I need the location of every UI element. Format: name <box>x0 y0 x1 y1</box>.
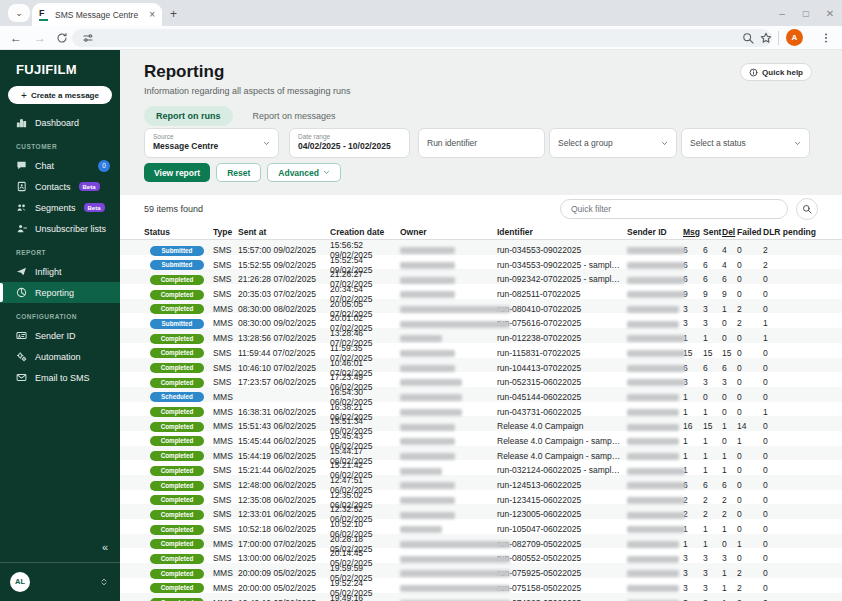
sidebar-divider <box>0 562 120 563</box>
table-row[interactable]: ScheduledMMS16:54:30 06/02/2025run-04514… <box>120 387 842 402</box>
table-row[interactable]: CompletedSMS10:46:10 07/02/202510:46:01 … <box>120 358 842 373</box>
table-row[interactable]: CompletedSMS12:35:08 06/02/202512:35:02 … <box>120 490 842 505</box>
tab-report-on-messages[interactable]: Report on messages <box>241 106 348 126</box>
cell-status: Completed <box>144 289 213 300</box>
back-button[interactable]: ← <box>10 30 22 46</box>
table-row[interactable]: CompletedSMS20:35:03 07/02/202520:34:54 … <box>120 284 842 299</box>
collapse-sidebar-icon[interactable]: « <box>102 541 108 553</box>
cell-sent-at: 20:00:00 05/02/2025 <box>238 583 330 593</box>
cell-status: Submitted <box>144 245 213 256</box>
table-row[interactable]: CompletedMMS08:30:00 08/02/202520:05:05 … <box>120 299 842 314</box>
search-button[interactable] <box>796 198 818 220</box>
cell-failed: 1 <box>737 436 763 446</box>
sidebar-item-automation[interactable]: Automation <box>0 346 120 367</box>
advanced-button[interactable]: Advanced <box>267 163 341 182</box>
tab-close-icon[interactable]: × <box>149 10 155 20</box>
cell-failed: 0 <box>737 363 763 373</box>
table-row[interactable]: CompletedMMS17:00:00 07/02/202520:28:18 … <box>120 534 842 549</box>
column-header-sender-id[interactable]: Sender ID <box>627 227 683 237</box>
table-row[interactable]: CompletedMMS15:45:44 06/02/202515:45:43 … <box>120 431 842 446</box>
table-row[interactable]: CompletedSMS17:23:57 06/02/202517:23:49 … <box>120 372 842 387</box>
column-header-status[interactable]: Status <box>144 227 213 237</box>
table-row[interactable]: CompletedMMS20:00:09 05/02/202519:59:59 … <box>120 563 842 578</box>
sidebar-item-email-to-sms[interactable]: Email to SMS <box>0 367 120 388</box>
table-row[interactable]: SubmittedSMS15:57:00 09/02/202515:56:52 … <box>120 240 842 255</box>
column-header-sent-at[interactable]: Sent at <box>238 227 330 237</box>
sidebar-item-contacts[interactable]: ContactsBeta <box>0 176 120 197</box>
table-row[interactable]: CompletedSMS12:48:00 06/02/202512:47:51 … <box>120 475 842 490</box>
table-row[interactable]: CompletedSMS12:33:01 06/02/202512:32:52 … <box>120 504 842 519</box>
table-row[interactable]: CompletedMMS16:38:31 06/02/202516:38:21 … <box>120 402 842 417</box>
sidebar-item-unsubscriber-lists[interactable]: Unsubscriber lists <box>0 218 120 239</box>
tune-icon[interactable] <box>82 32 94 44</box>
bookmark-star-icon[interactable] <box>760 32 772 44</box>
close-button[interactable]: ✕ <box>818 8 842 19</box>
group-select[interactable]: Select a group <box>549 128 677 158</box>
table-row[interactable]: CompletedMMS13:28:56 07/02/202513:28:46 … <box>120 328 842 343</box>
plus-icon: + <box>21 90 27 101</box>
sidebar-item-sender-id[interactable]: Sender ID <box>0 325 120 346</box>
user-menu-updown-icon[interactable] <box>100 577 108 587</box>
tab-report-on-runs[interactable]: Report on runs <box>144 106 233 126</box>
tab-search-button[interactable]: ⌄ <box>8 4 30 22</box>
forward-button[interactable]: → <box>34 30 46 46</box>
table-row[interactable]: CompletedMMS15:44:19 06/02/202515:44:17 … <box>120 446 842 461</box>
column-header-sent[interactable]: Sent <box>703 227 722 237</box>
quick-filter-input[interactable] <box>560 199 788 219</box>
cell-status: Scheduled <box>144 391 213 402</box>
table-row[interactable]: CompletedSMS15:21:44 06/02/202515:21:42 … <box>120 460 842 475</box>
table-row[interactable]: CompletedSMS11:59:44 07/02/202511:59:35 … <box>120 343 842 358</box>
table-row[interactable]: SubmittedSMS15:52:55 09/02/202515:52:54 … <box>120 255 842 270</box>
cell-failed: 1 <box>737 539 763 549</box>
table-row[interactable]: CompletedSMS13:00:00 06/02/202520:14:45 … <box>120 548 842 563</box>
new-tab-button[interactable]: + <box>170 7 177 21</box>
column-header-identifier[interactable]: Identifier <box>497 227 627 237</box>
table-row[interactable]: CompletedSMS10:52:18 06/02/202510:52:10 … <box>120 519 842 534</box>
table-row[interactable]: SubmittedMMS08:30:00 09/02/202520:01:02 … <box>120 313 842 328</box>
column-header-dlr-pending[interactable]: DLR pending <box>763 227 830 237</box>
create-message-button[interactable]: + Create a message <box>8 86 112 104</box>
cell-del: 6 <box>722 480 737 490</box>
table-row[interactable]: CompletedMMS20:00:00 05/02/202519:52:24 … <box>120 578 842 593</box>
view-report-button[interactable]: View report <box>144 163 210 182</box>
table-row[interactable]: CompletedMMS15:51:43 06/02/202515:51:34 … <box>120 416 842 431</box>
reload-icon[interactable] <box>56 32 68 44</box>
run-identifier-input[interactable]: Run identifier <box>418 128 545 158</box>
cell-failed: 0 <box>737 348 763 358</box>
owner-redacted <box>400 526 442 533</box>
status-select[interactable]: Select a status <box>681 128 810 158</box>
date-range-field[interactable]: Date range 04/02/2025 - 10/02/2025 <box>289 128 410 158</box>
sidebar-item-inflight[interactable]: Inflight <box>0 261 120 282</box>
column-header-msg[interactable]: Msg <box>683 227 703 237</box>
column-header-creation-date[interactable]: Creation date <box>330 227 400 237</box>
browser-profile-avatar[interactable]: A <box>786 29 803 46</box>
sidebar-item-dashboard[interactable]: Dashboard <box>0 112 120 133</box>
quick-help-button[interactable]: Quick help <box>740 63 812 81</box>
cell-type: SMS <box>213 289 238 299</box>
maximize-button[interactable]: ▢ <box>794 9 818 18</box>
sidebar-item-reporting[interactable]: Reporting <box>0 282 120 303</box>
column-header-del[interactable]: Del <box>722 227 737 237</box>
column-header-failed[interactable]: Failed <box>737 227 763 237</box>
source-select[interactable]: Source Message Centre <box>144 128 279 158</box>
column-header-owner[interactable]: Owner <box>400 227 497 237</box>
zoom-icon[interactable] <box>742 32 754 44</box>
address-bar[interactable] <box>72 29 772 47</box>
owner-redacted <box>400 482 455 489</box>
status-badge: Completed <box>150 466 204 476</box>
browser-menu-icon[interactable] <box>820 30 832 46</box>
sidebar-item-segments[interactable]: SegmentsBeta <box>0 197 120 218</box>
cell-owner <box>400 421 497 431</box>
browser-tab[interactable]: F SMS Message Centre × <box>32 3 162 26</box>
sidebar-item-chat[interactable]: Chat0 <box>0 155 120 176</box>
table-row[interactable]: CompletedMMS19:49:19 05/02/202519:49:16 … <box>120 593 842 601</box>
sender-id-redacted <box>627 497 685 504</box>
table-row[interactable]: CompletedSMS21:26:28 07/02/202521:26:27 … <box>120 269 842 284</box>
column-header-type[interactable]: Type <box>213 227 238 237</box>
cell-status: Completed <box>144 421 213 432</box>
minimize-button[interactable]: – <box>770 8 794 19</box>
user-row[interactable]: AL <box>0 569 120 595</box>
cell-del: 1 <box>722 451 737 461</box>
cell-del: 6 <box>722 274 737 284</box>
reset-button[interactable]: Reset <box>216 163 261 182</box>
